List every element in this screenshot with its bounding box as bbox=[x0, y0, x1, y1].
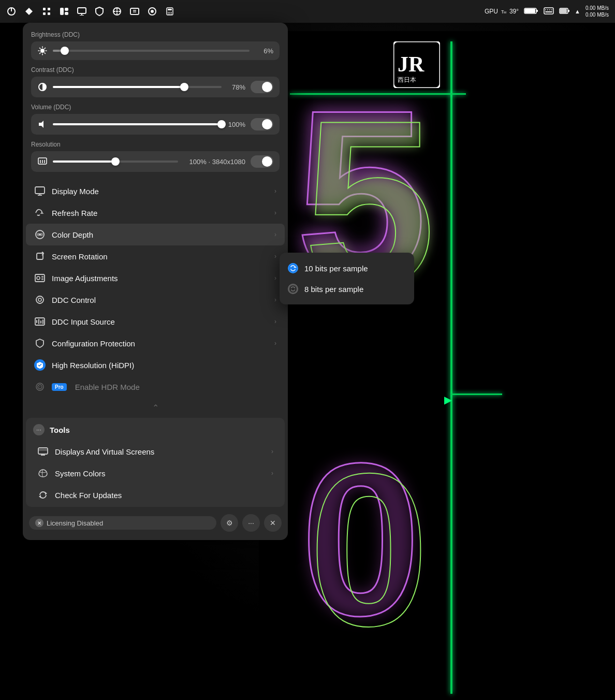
svg-rect-12 bbox=[65, 12, 68, 15]
svg-rect-6 bbox=[43, 8, 46, 10]
svg-marker-96 bbox=[45, 492, 47, 495]
menu-item-refresh-rate[interactable]: Refresh Rate › bbox=[26, 202, 285, 224]
diamond-icon[interactable] bbox=[24, 6, 34, 17]
licensing-badge: ✕ Licensing Disabled bbox=[29, 516, 216, 530]
gear-button[interactable]: ⚙ bbox=[221, 514, 238, 532]
display-mode-label: Display Mode bbox=[52, 187, 268, 196]
contrast-toggle[interactable] bbox=[251, 81, 273, 93]
power-icon[interactable] bbox=[6, 6, 17, 17]
submenu-item-10bits[interactable]: 10 bits per sample bbox=[280, 258, 414, 279]
licensing-text: Licensing Disabled bbox=[47, 519, 103, 527]
resolution-track[interactable] bbox=[53, 161, 178, 163]
svg-point-33 bbox=[169, 13, 170, 14]
svg-rect-64 bbox=[35, 187, 45, 194]
contrast-icon bbox=[37, 82, 48, 92]
svg-rect-10 bbox=[60, 8, 64, 15]
image-adjustments-chevron: › bbox=[274, 274, 276, 282]
contrast-section: Contrast (DDC) 78% bbox=[23, 66, 288, 104]
volume-track[interactable] bbox=[53, 123, 222, 125]
volume-label: Volume (DDC) bbox=[31, 104, 280, 111]
menu-item-config-protection[interactable]: Configuration Protection › bbox=[26, 332, 285, 354]
menubar-right: GPU TM 39° bbox=[485, 5, 609, 18]
menu-item-system-colors[interactable]: System Colors › bbox=[29, 462, 282, 484]
pro-badge: Pro bbox=[52, 383, 67, 391]
menu-item-displays-virtual[interactable]: Displays And Virtual Screens › bbox=[29, 441, 282, 462]
svg-line-55 bbox=[45, 53, 46, 54]
tools-header-label: Tools bbox=[50, 426, 70, 434]
menu-item-ddc-control[interactable]: DDC Control › bbox=[26, 289, 285, 311]
resolution-section: Resolution 100% · 3840x1080 bbox=[23, 141, 288, 178]
menu-item-check-updates[interactable]: Check For Updates bbox=[29, 484, 282, 506]
menu-item-color-depth[interactable]: Color Depth › bbox=[26, 224, 285, 245]
brightness-row[interactable]: 6% bbox=[31, 41, 280, 60]
tools-section: ··· Tools Displays And Virtual Screens › bbox=[26, 418, 285, 507]
menu-item-image-adjustments[interactable]: Image Adjustments › bbox=[26, 267, 285, 289]
submenu-item-8bits[interactable]: 8 bits per sample bbox=[280, 279, 414, 299]
close-button[interactable]: ✕ bbox=[264, 514, 282, 532]
hdr-label: Enable HDR Mode bbox=[75, 383, 276, 391]
config-protection-label: Configuration Protection bbox=[52, 339, 268, 348]
svg-rect-11 bbox=[65, 8, 68, 11]
display-mode-icon bbox=[34, 185, 46, 197]
ddc-control-icon bbox=[34, 294, 46, 305]
panels-icon[interactable] bbox=[59, 6, 69, 17]
resolution-icon bbox=[37, 156, 48, 167]
shield-menubar-icon[interactable] bbox=[94, 6, 105, 17]
radio-8bits bbox=[288, 284, 298, 294]
monitor-menubar-icon[interactable] bbox=[77, 6, 87, 17]
svg-point-91 bbox=[39, 386, 40, 387]
svg-rect-13 bbox=[78, 8, 86, 13]
svg-rect-38 bbox=[536, 10, 538, 12]
brightness-value: 6% bbox=[255, 47, 273, 55]
svg-rect-48 bbox=[560, 9, 567, 13]
system-colors-chevron: › bbox=[271, 470, 273, 477]
menu-item-ddc-input[interactable]: DDC Input Source › bbox=[26, 311, 285, 332]
tools-header-icon: ··· bbox=[33, 424, 45, 435]
menu-bar: GPU TM 39° bbox=[0, 0, 615, 23]
calculator-icon[interactable] bbox=[165, 6, 175, 17]
svg-text:JR: JR bbox=[398, 52, 424, 76]
green-track-line bbox=[450, 41, 452, 694]
volume-icon bbox=[37, 119, 48, 129]
gpu-label: GPU TM 39° bbox=[485, 8, 519, 15]
circle-icon[interactable] bbox=[147, 6, 157, 17]
ddc-control-label: DDC Control bbox=[52, 296, 268, 304]
menu-item-display-mode[interactable]: Display Mode › bbox=[26, 180, 285, 202]
menu-item-screen-rotation[interactable]: Screen Rotation › bbox=[26, 245, 285, 267]
svg-point-32 bbox=[168, 13, 169, 14]
check-updates-icon bbox=[37, 489, 49, 501]
volume-row[interactable]: 100% bbox=[31, 114, 280, 135]
submenu-label-8bits: 8 bits per sample bbox=[304, 285, 363, 294]
system-colors-label: System Colors bbox=[55, 469, 265, 478]
svg-point-101 bbox=[289, 285, 297, 293]
volume-toggle[interactable] bbox=[251, 118, 273, 130]
svg-point-71 bbox=[39, 234, 41, 236]
check-updates-label: Check For Updates bbox=[55, 491, 273, 500]
brightness-icon bbox=[37, 46, 48, 56]
svg-point-17 bbox=[116, 10, 118, 12]
svg-point-30 bbox=[169, 12, 170, 13]
display2-icon[interactable] bbox=[129, 6, 140, 17]
menu-item-hdr[interactable]: Pro Enable HDR Mode bbox=[26, 376, 285, 398]
contrast-track[interactable] bbox=[53, 86, 222, 88]
grid-icon[interactable] bbox=[41, 6, 52, 17]
svg-point-34 bbox=[171, 13, 172, 14]
contrast-value: 78% bbox=[227, 83, 245, 91]
color-depth-label: Color Depth bbox=[52, 230, 268, 239]
battery-icon bbox=[524, 7, 538, 16]
fan-icon[interactable] bbox=[112, 6, 122, 17]
network-stats: 0.00 MB/s 0.00 MB/s bbox=[585, 5, 609, 18]
svg-line-54 bbox=[40, 48, 41, 49]
brightness-track[interactable] bbox=[53, 50, 250, 52]
contrast-row[interactable]: 78% bbox=[31, 77, 280, 97]
more-options-button[interactable]: ··· bbox=[242, 514, 260, 532]
resolution-label: Resolution bbox=[31, 141, 280, 148]
resolution-row[interactable]: 100% · 3840x1080 bbox=[31, 151, 280, 172]
svg-point-49 bbox=[40, 49, 45, 53]
resolution-toggle[interactable] bbox=[251, 155, 273, 168]
svg-rect-9 bbox=[48, 12, 50, 15]
svg-rect-72 bbox=[37, 253, 43, 259]
resolution-value: 100% · 3840x1080 bbox=[183, 158, 245, 166]
menu-item-hidpi[interactable]: High Resolution (HiDPI) bbox=[26, 354, 285, 376]
svg-rect-22 bbox=[130, 8, 139, 14]
